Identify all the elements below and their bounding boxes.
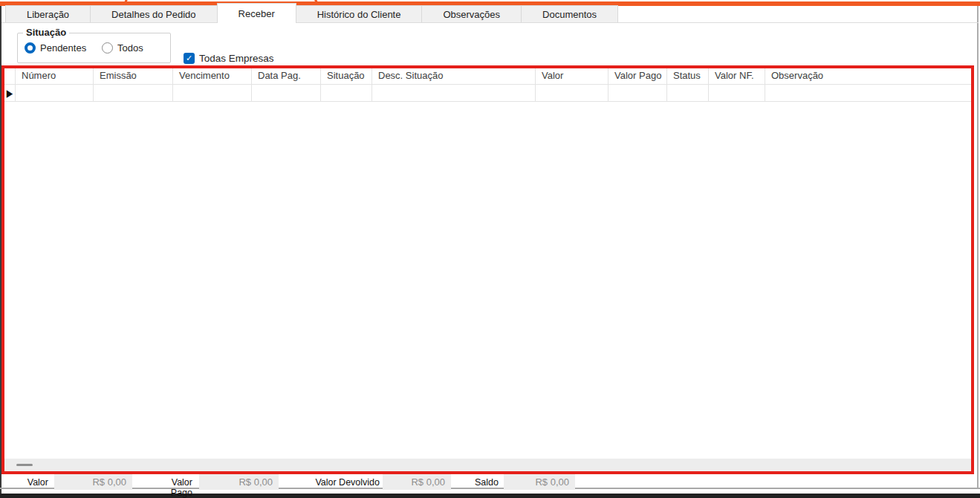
column-header-observacao[interactable]: Observação: [765, 68, 971, 84]
tab-receber[interactable]: Receber: [217, 3, 296, 23]
order-window-receber-tab: { "colors": { "annotation_orange": "#f15…: [0, 0, 980, 498]
empty-cell-vencimento: [173, 85, 252, 101]
tab-documentos[interactable]: Documentos: [521, 5, 618, 22]
radio-pendentes-label: Pendentes: [40, 42, 86, 54]
column-header-numero[interactable]: Número: [16, 68, 94, 84]
column-header-valor-pago[interactable]: Valor Pago: [609, 68, 667, 84]
total-valor-devolvido-label: Valor Devolvido: [305, 477, 380, 488]
receivables-grid: NúmeroEmissãoVencimentoData Pag.Situação…: [1, 65, 974, 474]
tab-strip: Liberação Detalhes do Pedido Receber His…: [1, 6, 979, 23]
column-header-vencimento[interactable]: Vencimento: [173, 68, 252, 84]
column-header-status[interactable]: Status: [667, 68, 709, 84]
empty-cell-valor-pago: [609, 85, 667, 101]
grid-empty-row[interactable]: ▶: [4, 85, 971, 102]
radio-todos-label: Todos: [117, 42, 143, 54]
total-valor-field: R$ 0,00: [54, 474, 132, 490]
screen-bottom-strip: [0, 494, 980, 498]
empty-cell-emissao: [94, 85, 173, 101]
tab-historico-do-cliente[interactable]: Histórico do Cliente: [296, 5, 423, 22]
empty-cell-data-pag: [252, 85, 321, 101]
todas-empresas-checkbox[interactable]: Todas Empresas: [184, 53, 274, 64]
tab-detalhes-do-pedido[interactable]: Detalhes do Pedido: [90, 5, 217, 22]
empty-cell-desc-situacao: [372, 85, 536, 101]
situacao-group-title: Situação: [23, 27, 69, 38]
todas-empresas-label: Todas Empresas: [199, 53, 274, 64]
empty-cell-situacao: [321, 85, 372, 101]
column-header-desc-situacao[interactable]: Desc. Situação: [372, 68, 536, 84]
empty-cell-status: [667, 85, 709, 101]
column-header-emissao[interactable]: Emissão: [94, 68, 173, 84]
current-row-arrow-icon: ▶: [7, 88, 13, 98]
situacao-groupbox: Situação Pendentes Todos: [17, 33, 171, 63]
total-valor-devolvido-field: R$ 0,00: [383, 474, 451, 490]
grid-horizontal-scrollbar[interactable]: [4, 459, 971, 471]
total-saldo-field: R$ 0,00: [504, 474, 575, 490]
radio-selected-icon[interactable]: [25, 42, 36, 54]
row-selector-header-cell: [4, 68, 16, 84]
window-bottom-border: [0, 488, 980, 489]
grid-empty-area: [4, 102, 971, 459]
window-right-edge: [977, 6, 979, 489]
current-row-marker-cell: ▶: [4, 85, 16, 101]
radio-todos[interactable]: Todos: [102, 42, 143, 54]
total-valor-pago-field: R$ 0,00: [199, 474, 279, 490]
tab-observacoes[interactable]: Observações: [421, 5, 522, 22]
column-header-valor[interactable]: Valor: [536, 68, 609, 84]
radio-pendentes[interactable]: Pendentes: [25, 42, 86, 54]
scrollbar-thumb[interactable]: [16, 464, 33, 466]
column-header-data-pag[interactable]: Data Pag.: [252, 68, 321, 84]
radio-unselected-icon[interactable]: [102, 42, 113, 54]
column-header-valor-nf[interactable]: Valor NF.: [709, 68, 765, 84]
tab-liberacao[interactable]: Liberação: [5, 5, 91, 22]
total-valor-label: Valor: [15, 477, 48, 488]
empty-cell-valor-nf: [709, 85, 765, 101]
total-valor-pago-label: Valor Pago: [149, 477, 192, 498]
total-saldo-label: Saldo: [454, 477, 499, 488]
column-header-situacao[interactable]: Situação: [321, 68, 372, 84]
checked-checkbox-icon[interactable]: [184, 53, 195, 64]
empty-cell-numero: [16, 85, 94, 101]
empty-cell-valor: [536, 85, 609, 101]
empty-cell-observacao: [765, 85, 971, 101]
grid-header-row: NúmeroEmissãoVencimentoData Pag.Situação…: [4, 68, 971, 85]
